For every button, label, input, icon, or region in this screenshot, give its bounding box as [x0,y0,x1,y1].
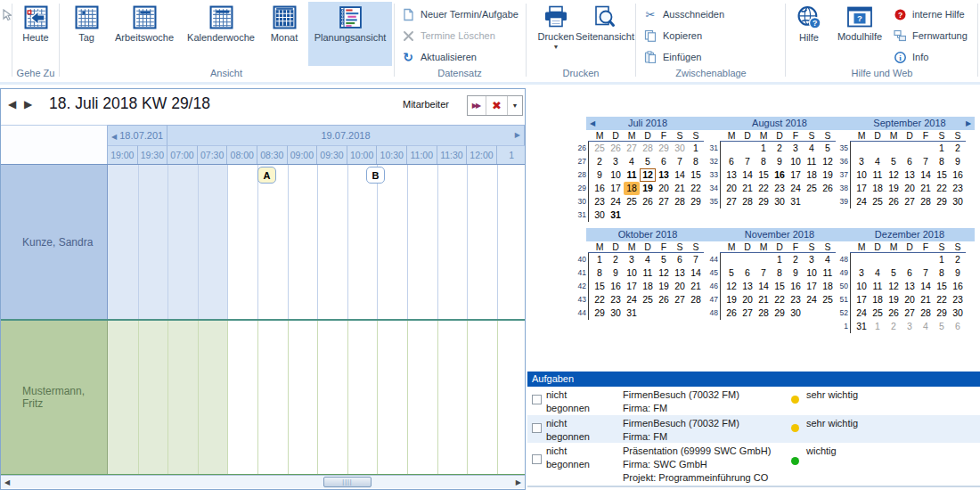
calendar-day[interactable]: 22 [934,182,950,195]
prev-day-arrow[interactable]: ◀ [8,98,16,110]
calendar-day[interactable]: 16 [788,280,804,293]
calendar-day[interactable]: 17 [608,182,624,195]
schedule-lane-mustermann[interactable] [108,321,525,474]
calendar-day[interactable]: 8 [934,155,950,168]
calendar-day[interactable]: 5 [886,266,902,280]
calendar-day[interactable]: 9 [592,168,608,182]
calendar-day[interactable]: 10 [853,280,870,293]
calendar-day[interactable]: 12 [723,280,739,293]
calendar-day[interactable]: 19 [820,168,836,182]
calendar-day[interactable]: 28 [918,306,934,320]
calendar-day[interactable]: 13 [902,280,918,293]
calendar-day[interactable]: 29 [656,142,672,155]
calendar-day[interactable]: 31 [788,195,804,208]
calendar-day[interactable]: 10 [608,168,624,182]
calendar-day[interactable]: 28 [739,195,755,208]
calendar-day[interactable]: 12 [886,280,902,293]
calendar-day[interactable]: 12 [820,155,836,168]
calendar-day[interactable]: 25 [640,293,656,306]
calendar-day[interactable]: 2 [608,253,624,266]
calendar-day[interactable]: 23 [950,293,966,306]
calendar-day[interactable]: 21 [755,293,772,306]
appointment-marker-B[interactable]: B [366,167,385,184]
calendar-day[interactable]: 4 [624,155,640,168]
calendar-day[interactable]: 29 [934,306,950,320]
time-slot-header[interactable]: 19:00 [108,145,138,165]
calendar-day[interactable]: 6 [902,266,918,280]
calendar-day[interactable]: 1 [772,253,788,266]
calendar-day[interactable]: 19 [640,182,656,195]
calendar-day[interactable]: 9 [950,155,966,168]
calendar-day[interactable]: 7 [755,266,772,280]
calendar-day[interactable]: 10 [788,155,804,168]
calendar-day[interactable]: 30 [608,306,624,320]
appointment-marker-A[interactable]: A [257,167,276,184]
calendar-day[interactable]: 16 [772,168,788,182]
calendar-day[interactable]: 28 [640,142,656,155]
schedule-lane-kunze[interactable]: AB [108,165,525,319]
calendar-day[interactable]: 3 [853,266,870,280]
scroll-left-arrow-icon[interactable]: ◀ [111,133,117,141]
calendar-day[interactable]: 7 [918,155,934,168]
calendar-day[interactable]: 4 [640,253,656,266]
calendar-day[interactable]: 29 [934,195,950,208]
remote-support-button[interactable]: Fernwartung [893,27,968,45]
calendar-day[interactable]: 3 [624,253,640,266]
calendar-day[interactable]: 24 [788,182,804,195]
scrollbar-left-arrow[interactable]: ◀ [4,477,10,488]
time-slot-header[interactable]: 12:00 [467,145,497,165]
calendar-day[interactable]: 20 [672,280,688,293]
calendar-day[interactable]: 28 [918,195,934,208]
task-row[interactable]: nicht begonnenFirmenBesuch (70032 FM)Fir… [527,415,980,443]
calendar-day[interactable]: 15 [934,168,950,182]
copy-button[interactable]: Kopieren [643,27,702,45]
calendar-day[interactable]: 22 [688,182,704,195]
calendar-day[interactable]: 23 [608,293,624,306]
show-all-employees-button[interactable]: ▶▶ [468,96,486,115]
calendar-day[interactable]: 4 [870,266,886,280]
calendar-day[interactable]: 11 [870,168,886,182]
print-button[interactable]: Drucken ▼ [535,2,577,66]
calendar-day[interactable]: 25 [592,142,608,155]
calendar-day[interactable]: 2 [592,155,608,168]
calendar-day[interactable]: 18 [804,168,820,182]
calendar-day[interactable]: 30 [950,195,966,208]
calendar-day[interactable]: 14 [918,280,934,293]
calendar-day[interactable]: 23 [788,293,804,306]
calendar-day[interactable]: 20 [902,293,918,306]
calendar-day[interactable]: 14 [672,168,688,182]
new-appointment-button[interactable]: Neuer Termin/Aufgabe [401,5,519,23]
time-slot-header[interactable]: 1 [497,145,525,165]
calendar-day[interactable]: 2 [950,142,966,155]
time-slot-header[interactable]: 11:00 [407,145,437,165]
calendar-day[interactable]: 27 [902,306,918,320]
calendar-day[interactable]: 24 [853,306,870,320]
calendar-day[interactable]: 22 [772,293,788,306]
calendar-day[interactable]: 6 [656,155,672,168]
calendar-day[interactable]: 2 [950,253,966,266]
calendar-day[interactable]: 19 [886,293,902,306]
time-slot-header[interactable]: 08:00 [227,145,257,165]
calendar-day[interactable]: 2 [886,320,902,333]
calendar-day[interactable]: 12 [886,168,902,182]
calendar-day[interactable]: 8 [934,266,950,280]
calendar-day[interactable]: 30 [772,195,788,208]
internal-help-button[interactable]: ? interne Hilfe [893,5,965,23]
calendar-day[interactable]: 26 [886,306,902,320]
calendar-day[interactable]: 18 [870,182,886,195]
calendar-day[interactable]: 16 [608,280,624,293]
calendar-day[interactable]: 2 [772,142,788,155]
calendar-day[interactable]: 31 [624,306,640,320]
calendar-day[interactable]: 16 [592,182,608,195]
month-view-button[interactable]: Monat [262,2,306,66]
calendar-day[interactable]: 11 [820,266,836,280]
calendar-day[interactable]: 11 [624,168,640,182]
calendar-day-selected[interactable]: 18 [624,182,640,195]
calendar-day[interactable]: 5 [656,253,672,266]
calendar-day[interactable]: 26 [820,182,836,195]
calendar-day[interactable]: 6 [950,320,966,333]
calendar-day[interactable]: 24 [624,293,640,306]
calendar-day[interactable]: 7 [739,155,755,168]
calendar-day[interactable]: 7 [672,155,688,168]
calendar-day[interactable]: 24 [853,195,870,208]
